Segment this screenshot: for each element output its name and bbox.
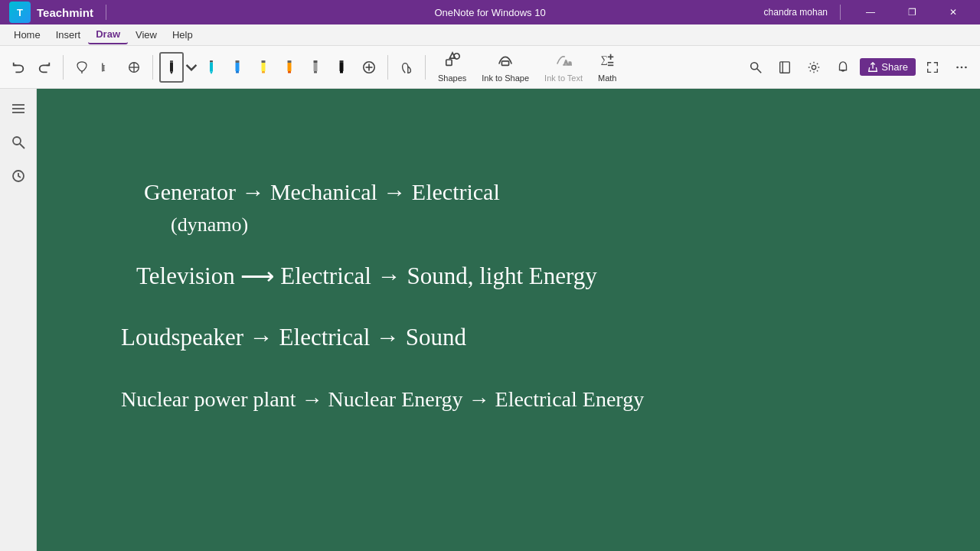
- redo-button[interactable]: [32, 52, 57, 83]
- svg-rect-7: [170, 62, 173, 71]
- canvas-board[interactable]: Generator → Mechanical → Electrical (dyn…: [37, 89, 980, 551]
- svg-rect-23: [314, 71, 317, 73]
- app-logo: T Teachmint: [9, 2, 113, 23]
- add-ink-button[interactable]: [357, 52, 381, 83]
- line-dynamo-text: (dynamo): [171, 214, 248, 236]
- svg-point-48: [961, 66, 963, 68]
- pen-tools: [159, 52, 354, 83]
- fullscreen-button[interactable]: [920, 52, 945, 83]
- bell-button[interactable]: [831, 52, 855, 83]
- menubar: Home Insert Draw View Help: [0, 24, 980, 46]
- app-name: Teachmint: [37, 6, 93, 19]
- svg-rect-42: [780, 61, 790, 72]
- sep4: [425, 55, 426, 80]
- svg-rect-16: [262, 63, 266, 71]
- sidebar-menu-icon[interactable]: [5, 95, 32, 122]
- maximize-button[interactable]: ❐: [894, 0, 929, 24]
- touch-draw-button[interactable]: [394, 52, 419, 83]
- svg-point-53: [13, 137, 21, 145]
- svg-rect-10: [210, 62, 213, 71]
- black-pen-button[interactable]: [159, 52, 184, 83]
- svg-rect-21: [314, 60, 318, 63]
- svg-rect-18: [288, 60, 292, 63]
- svg-point-49: [965, 66, 967, 68]
- window-title: OneNote for Windows 10: [434, 7, 545, 18]
- ink-to-shape-button[interactable]: Ink to Shape: [475, 49, 535, 86]
- lasso-button[interactable]: [70, 52, 94, 83]
- blue-marker-button[interactable]: [225, 52, 250, 83]
- main-area: Generator → Mechanical → Electrical (dyn…: [0, 89, 980, 551]
- svg-point-44: [812, 65, 816, 69]
- undo-redo-group: [6, 52, 57, 83]
- sep1: [63, 55, 64, 80]
- shapes-button[interactable]: Shapes: [432, 49, 472, 86]
- share-button[interactable]: Share: [860, 58, 916, 76]
- menu-draw[interactable]: Draw: [88, 25, 128, 44]
- black-thick-marker-button[interactable]: [329, 52, 354, 83]
- svg-marker-11: [210, 71, 213, 74]
- line2-text: Television ⟶ Electrical → Sound, light E…: [136, 262, 597, 289]
- svg-rect-20: [288, 71, 291, 73]
- menu-insert[interactable]: Insert: [48, 26, 89, 44]
- svg-rect-24: [340, 60, 344, 63]
- ink-to-text-label: Ink to Text: [544, 73, 583, 83]
- ink-to-shape-icon: [497, 51, 514, 72]
- svg-rect-12: [236, 60, 240, 63]
- svg-rect-13: [236, 63, 240, 71]
- right-toolbar: Share: [743, 52, 974, 83]
- title-sep2: [840, 5, 841, 20]
- math-button[interactable]: ∑ Math: [592, 49, 622, 86]
- titlebar: T Teachmint OneNote for Windows 10 chand…: [0, 0, 980, 24]
- svg-rect-22: [314, 63, 318, 71]
- menu-help[interactable]: Help: [165, 26, 201, 44]
- menu-view[interactable]: View: [128, 26, 165, 44]
- settings-button[interactable]: [802, 52, 826, 83]
- search-button[interactable]: [743, 52, 768, 83]
- svg-line-54: [20, 144, 24, 148]
- svg-rect-30: [446, 60, 451, 65]
- toolbar: I: [0, 46, 980, 89]
- ink-to-text-button[interactable]: Aa Ink to Text: [538, 49, 589, 86]
- svg-rect-19: [288, 63, 292, 71]
- type-select-button[interactable]: I: [96, 52, 120, 83]
- svg-rect-26: [340, 71, 343, 73]
- svg-text:Aa: Aa: [564, 59, 572, 67]
- black-pen-dropdown[interactable]: [185, 52, 198, 83]
- menu-home[interactable]: Home: [6, 26, 48, 44]
- shapes-label: Shapes: [438, 73, 466, 83]
- selection-tools: I: [70, 52, 146, 83]
- teal-pen-button[interactable]: [199, 52, 224, 83]
- svg-point-47: [956, 66, 959, 68]
- undo-button[interactable]: [6, 52, 31, 83]
- pan-button[interactable]: [122, 52, 146, 83]
- svg-marker-32: [449, 53, 455, 58]
- logo-icon: T: [9, 2, 31, 23]
- yellow-highlighter-button[interactable]: [251, 52, 276, 83]
- svg-marker-8: [170, 71, 173, 74]
- svg-rect-6: [170, 60, 173, 63]
- line4-text: Nuclear power plant → Nuclear Energy → E…: [121, 387, 644, 411]
- svg-rect-14: [236, 71, 239, 73]
- math-icon: ∑: [599, 51, 616, 72]
- svg-rect-25: [340, 63, 344, 71]
- svg-rect-15: [262, 60, 266, 63]
- sep3: [387, 55, 388, 80]
- line3-text: Loudspeaker → Electrical → Sound: [121, 324, 467, 350]
- svg-text:∑: ∑: [601, 54, 608, 65]
- minimize-button[interactable]: —: [853, 0, 888, 24]
- orange-highlighter-button[interactable]: [277, 52, 302, 83]
- share-label: Share: [881, 61, 908, 73]
- sidebar: [0, 89, 37, 551]
- math-label: Math: [598, 73, 616, 83]
- svg-rect-9: [210, 60, 213, 63]
- sep2: [152, 55, 153, 80]
- more-button[interactable]: [949, 52, 974, 83]
- notebook-button[interactable]: [773, 52, 797, 83]
- sidebar-search-icon[interactable]: [5, 129, 32, 156]
- ink-to-shape-label: Ink to Shape: [482, 73, 529, 83]
- close-button[interactable]: ✕: [936, 0, 971, 24]
- svg-rect-33: [502, 61, 509, 66]
- gray-marker-button[interactable]: [303, 52, 328, 83]
- ink-to-text-icon: Aa: [555, 51, 572, 72]
- sidebar-history-icon[interactable]: [5, 162, 32, 190]
